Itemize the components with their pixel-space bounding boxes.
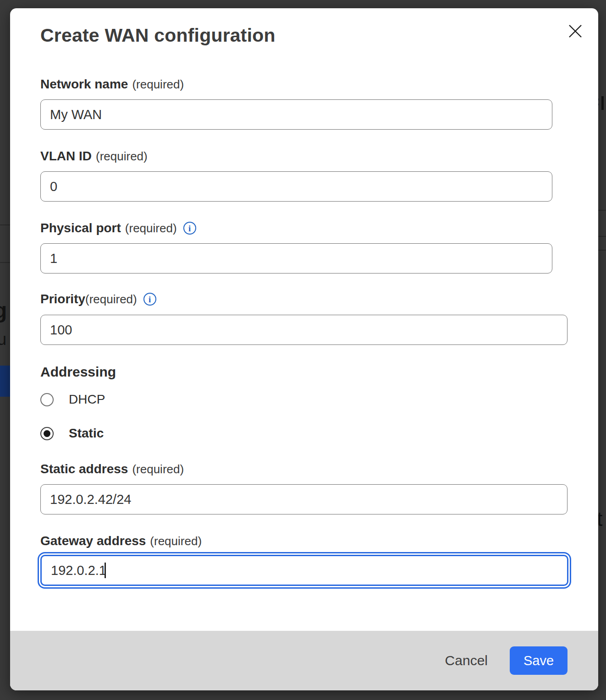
network-name-label-row: Network name (required) (40, 77, 184, 92)
cancel-button[interactable]: Cancel (445, 653, 488, 668)
static-address-label-row: Static address (required) (40, 462, 184, 476)
close-button[interactable] (562, 18, 588, 44)
radio-button-static[interactable] (40, 427, 54, 440)
backdrop-text-fragment: u (0, 330, 6, 349)
gateway-address-label: Gateway address (40, 534, 146, 548)
dialog-footer: Cancel Save (10, 631, 598, 690)
network-name-input[interactable] (40, 99, 552, 130)
physical-port-label-row: Physical port (required) i (40, 221, 196, 235)
backdrop-row-divider (0, 224, 11, 225)
required-hint: (required) (85, 292, 137, 306)
backdrop-text-fragment (601, 96, 604, 110)
physical-port-label: Physical port (40, 221, 121, 235)
backdrop-text-fragment: g (0, 298, 7, 323)
backdrop-row-divider (597, 236, 606, 237)
radio-option-static[interactable]: Static (40, 425, 104, 442)
radio-label-static: Static (69, 426, 104, 441)
addressing-heading: Addressing (40, 364, 116, 380)
physical-port-input[interactable] (40, 243, 552, 273)
priority-label-row: Priority (required) i (40, 292, 156, 306)
priority-label: Priority (40, 292, 85, 306)
gateway-address-input[interactable] (40, 555, 568, 586)
vlan-id-input[interactable] (40, 171, 552, 202)
radio-option-dhcp[interactable]: DHCP (40, 391, 105, 408)
backdrop-row-divider (0, 262, 11, 263)
required-hint: (required) (132, 77, 184, 92)
priority-input[interactable] (40, 315, 567, 345)
text-cursor (105, 563, 106, 578)
required-hint: (required) (132, 462, 184, 476)
static-address-input[interactable] (40, 484, 567, 514)
gateway-address-field-wrapper (40, 555, 568, 586)
required-hint: (required) (150, 534, 202, 548)
backdrop-primary-button-fragment (0, 366, 11, 397)
gateway-address-label-row: Gateway address (required) (40, 534, 202, 548)
network-name-label: Network name (40, 77, 128, 92)
required-hint: (required) (96, 149, 148, 164)
backdrop-row-divider (597, 250, 606, 251)
vlan-id-label: VLAN ID (40, 149, 92, 164)
radio-button-dhcp[interactable] (40, 393, 54, 406)
dialog-title: Create WAN configuration (40, 25, 275, 46)
info-icon[interactable]: i (183, 222, 196, 235)
static-address-label: Static address (40, 462, 128, 476)
save-button[interactable]: Save (510, 646, 567, 675)
info-icon[interactable]: i (143, 293, 156, 306)
required-hint: (required) (125, 221, 177, 235)
create-wan-configuration-dialog: Create WAN configuration Network name (r… (10, 8, 598, 690)
radio-label-dhcp: DHCP (69, 392, 105, 407)
vlan-id-label-row: VLAN ID (required) (40, 149, 148, 164)
close-icon (567, 23, 583, 39)
backdrop-row-divider (597, 210, 606, 211)
